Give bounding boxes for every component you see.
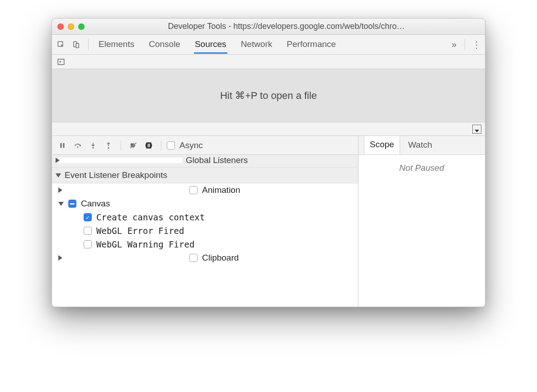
chevron-down-icon — [58, 202, 64, 206]
category-label: Canvas — [81, 199, 110, 209]
tab-sources[interactable]: Sources — [194, 36, 227, 54]
breakpoints-list: Global Listeners Event Listener Breakpoi… — [52, 155, 358, 307]
panel-tabs: Elements Console Sources Network Perform… — [98, 36, 446, 54]
event-checkbox[interactable] — [84, 240, 92, 248]
tab-console[interactable]: Console — [148, 36, 181, 54]
svg-point-7 — [93, 147, 94, 148]
svg-rect-2 — [76, 43, 79, 48]
section-label: Event Listener Breakpoints — [65, 170, 167, 180]
tabs-overflow-button[interactable]: » — [449, 39, 459, 50]
step-out-icon[interactable] — [102, 139, 115, 152]
event-webgl-warning-fired[interactable]: WebGL Warning Fired — [52, 238, 358, 251]
svg-rect-12 — [149, 144, 150, 147]
category-checkbox[interactable] — [189, 186, 198, 194]
divider — [161, 140, 161, 150]
window-minimize-button[interactable] — [68, 23, 74, 30]
event-webgl-error-fired[interactable]: WebGL Error Fired — [52, 224, 358, 238]
pause-button-icon[interactable] — [56, 139, 69, 152]
expand-panel-icon[interactable] — [472, 125, 481, 134]
step-over-icon[interactable] — [71, 139, 85, 152]
debugger-pane: Async Global Listeners Event Listener Br… — [52, 136, 358, 307]
async-checkbox[interactable] — [167, 141, 175, 149]
category-animation[interactable]: Animation — [52, 183, 358, 197]
tab-elements[interactable]: Elements — [98, 36, 135, 54]
panel-tabbar: Elements Console Sources Network Perform… — [52, 35, 485, 55]
scope-empty-state: Not Paused — [358, 155, 485, 307]
chevron-right-icon — [56, 158, 182, 163]
category-checkbox[interactable] — [68, 200, 76, 208]
event-label: Create canvas context — [96, 212, 205, 222]
svg-rect-4 — [61, 143, 62, 148]
svg-rect-5 — [63, 143, 65, 148]
window-zoom-button[interactable] — [78, 23, 85, 30]
category-canvas[interactable]: Canvas — [52, 197, 358, 210]
tab-performance[interactable]: Performance — [286, 36, 337, 54]
tab-scope[interactable]: Scope — [364, 135, 400, 154]
svg-point-6 — [77, 146, 79, 148]
window-title: Developer Tools - https://developers.goo… — [93, 22, 480, 31]
tab-watch[interactable]: Watch — [403, 136, 438, 154]
editor-footer-bar — [52, 122, 485, 136]
window-close-button[interactable] — [57, 23, 64, 30]
async-label: Async — [179, 140, 203, 150]
device-toolbar-icon[interactable] — [70, 38, 83, 51]
event-checkbox[interactable] — [84, 227, 92, 235]
chevron-down-icon — [56, 173, 61, 177]
step-into-icon[interactable] — [86, 139, 100, 152]
svg-rect-11 — [148, 144, 149, 147]
deactivate-breakpoints-icon[interactable] — [127, 139, 140, 152]
divider — [465, 39, 465, 51]
divider — [121, 140, 121, 150]
category-label: Clipboard — [202, 253, 239, 263]
event-label: WebGL Warning Fired — [96, 239, 194, 249]
tab-network[interactable]: Network — [240, 36, 273, 54]
section-label: Global Listeners — [186, 155, 248, 165]
show-navigator-icon[interactable] — [56, 56, 66, 67]
sources-navigator-bar — [52, 55, 485, 69]
open-file-hint: Hit ⌘+P to open a file — [52, 69, 485, 122]
sources-lower-split: Async Global Listeners Event Listener Br… — [52, 136, 485, 307]
category-clipboard[interactable]: Clipboard — [52, 251, 358, 265]
divider — [88, 39, 89, 51]
right-tabs: Scope Watch — [358, 136, 485, 155]
event-checkbox[interactable]: ✓ — [84, 213, 92, 221]
pause-on-exceptions-icon[interactable] — [142, 139, 155, 152]
debugger-toolbar: Async — [52, 136, 358, 155]
chevron-right-icon — [58, 255, 185, 261]
scope-watch-pane: Scope Watch Not Paused — [358, 136, 485, 307]
event-label: WebGL Error Fired — [96, 226, 184, 236]
inspect-element-icon[interactable] — [55, 38, 67, 51]
chevron-right-icon — [58, 187, 185, 193]
section-event-listener-breakpoints[interactable]: Event Listener Breakpoints — [52, 168, 358, 183]
devtools-window: Developer Tools - https://developers.goo… — [52, 18, 485, 307]
svg-point-8 — [108, 147, 109, 148]
category-label: Animation — [202, 185, 240, 195]
titlebar: Developer Tools - https://developers.goo… — [52, 19, 485, 35]
event-create-canvas-context[interactable]: ✓ Create canvas context — [52, 210, 358, 224]
settings-menu-button[interactable]: ⋮ — [471, 39, 482, 50]
category-checkbox[interactable] — [189, 254, 198, 262]
section-global-listeners[interactable]: Global Listeners — [52, 155, 358, 168]
